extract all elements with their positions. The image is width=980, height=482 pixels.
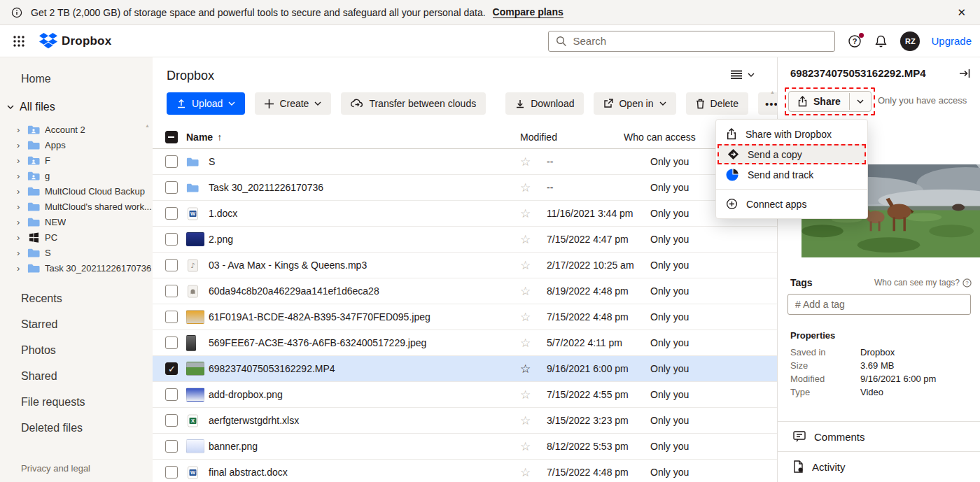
row-checkbox[interactable] xyxy=(165,259,178,271)
sidebar-item-photos[interactable]: Photos xyxy=(0,337,153,363)
scrollbar-up-arrow[interactable]: ▲ xyxy=(145,123,150,128)
menu-item-connect-apps[interactable]: Connect apps xyxy=(716,194,867,214)
row-checkbox[interactable] xyxy=(165,233,178,246)
view-toggle-button[interactable] xyxy=(728,69,757,81)
column-header-name[interactable]: Name ↑ xyxy=(186,132,520,143)
file-name[interactable]: 60da94c8b20a46229aa141ef1d6eca28 xyxy=(209,285,520,297)
search-bar[interactable] xyxy=(548,31,835,52)
delete-button[interactable]: Delete xyxy=(686,92,748,115)
star-icon[interactable]: ☆ xyxy=(520,362,547,376)
chevron-right-icon[interactable]: › xyxy=(17,140,22,150)
star-icon[interactable]: ☆ xyxy=(520,336,547,350)
sidebar-item-file-requests[interactable]: File requests xyxy=(0,389,153,415)
row-checkbox[interactable] xyxy=(165,207,178,220)
compare-plans-link[interactable]: Compare plans xyxy=(493,6,564,18)
star-icon[interactable]: ☆ xyxy=(520,465,547,480)
table-row[interactable]: Wfinal abstract.docx☆7/15/2022 4:48 pmOn… xyxy=(153,460,777,482)
table-row[interactable]: 61F019A1-BCDE-482A-B395-347F70FED095.jpe… xyxy=(153,304,777,330)
star-icon[interactable]: ☆ xyxy=(520,206,547,221)
transfer-between-clouds-button[interactable]: Transfer between clouds xyxy=(341,92,486,115)
table-row[interactable]: W1.docx☆11/16/2021 3:44 pmOnly you xyxy=(153,201,777,227)
star-icon[interactable]: ☆ xyxy=(520,258,547,273)
file-name[interactable]: 1.docx xyxy=(209,208,520,219)
sidebar-tree-item[interactable]: ›MultCloud Cloud Backup xyxy=(0,183,153,199)
add-tag-input[interactable] xyxy=(788,294,971,315)
star-icon[interactable]: ☆ xyxy=(520,284,547,299)
chevron-right-icon[interactable]: › xyxy=(17,263,22,274)
menu-item-send-a-copy[interactable]: Send a copy xyxy=(718,144,866,164)
scrollbar-up-arrow[interactable]: ▲ xyxy=(770,90,775,94)
file-name[interactable]: 03 - Ava Max - Kings & Queens.mp3 xyxy=(209,260,520,271)
file-name[interactable]: 6982374075053162292.MP4 xyxy=(209,363,520,374)
chevron-right-icon[interactable]: › xyxy=(17,155,22,166)
sidebar-tree-item[interactable]: ›Apps xyxy=(0,137,153,153)
table-row[interactable]: Task 30_20211226170736☆--Only you xyxy=(153,175,777,201)
file-name[interactable]: banner.png xyxy=(209,441,520,452)
star-icon[interactable]: ☆ xyxy=(520,310,547,325)
table-row[interactable]: add-dropbox.png☆7/15/2022 4:55 pmOnly yo… xyxy=(153,382,777,408)
create-button[interactable]: Create xyxy=(255,92,331,115)
help-icon[interactable]: ? xyxy=(848,34,862,48)
star-icon[interactable]: ☆ xyxy=(520,388,547,402)
comments-section[interactable]: Comments xyxy=(778,421,980,451)
file-name[interactable]: Task 30_20211226170736 xyxy=(209,182,520,193)
sidebar-item-all-files[interactable]: All files xyxy=(7,101,153,113)
sidebar-tree-item[interactable]: ›Task 30_20211226170736 xyxy=(0,260,153,276)
tags-visibility-link[interactable]: Who can see my tags? ? xyxy=(874,278,972,288)
row-checkbox[interactable] xyxy=(165,336,178,349)
file-name[interactable]: 61F019A1-BCDE-482A-B395-347F70FED095.jpe… xyxy=(209,311,520,322)
file-name[interactable]: 569FEE67-AC3E-4376-A6FB-632400517229.jpe… xyxy=(209,337,520,348)
download-button[interactable]: Download xyxy=(505,92,584,115)
scrollbar-down-arrow[interactable]: ▼ xyxy=(145,267,150,272)
row-checkbox[interactable] xyxy=(165,466,178,479)
dropbox-logo[interactable]: Dropbox xyxy=(39,33,111,50)
file-name[interactable]: add-dropbox.png xyxy=(209,389,520,400)
bell-icon[interactable] xyxy=(874,34,888,48)
file-name[interactable]: final abstract.docx xyxy=(209,467,520,478)
collapse-panel-icon[interactable] xyxy=(959,69,970,78)
row-checkbox[interactable] xyxy=(165,362,178,375)
chevron-right-icon[interactable]: › xyxy=(17,232,22,243)
sidebar-tree-item[interactable]: ›Account 2 xyxy=(0,122,153,137)
table-row[interactable]: ♪03 - Ava Max - Kings & Queens.mp3☆2/17/… xyxy=(153,253,777,278)
upgrade-link[interactable]: Upgrade xyxy=(931,35,972,47)
row-checkbox[interactable] xyxy=(165,388,178,401)
table-row[interactable]: 2.png☆7/15/2022 4:47 pmOnly you xyxy=(153,227,777,253)
search-input[interactable] xyxy=(573,35,827,47)
star-icon[interactable]: ☆ xyxy=(520,232,547,247)
sidebar-tree-item[interactable]: ›S xyxy=(0,245,153,260)
sidebar-tree-item[interactable]: ›MultCloud's shared work... xyxy=(0,199,153,214)
sidebar-tree-item[interactable]: ›g xyxy=(0,168,153,183)
activity-section[interactable]: Activity xyxy=(778,451,980,481)
star-icon[interactable]: ☆ xyxy=(520,439,547,454)
chevron-right-icon[interactable]: › xyxy=(17,248,22,258)
table-row[interactable]: Xaerfgterwstgdrht.xlsx☆3/15/2022 3:23 pm… xyxy=(153,408,777,434)
chevron-right-icon[interactable]: › xyxy=(17,201,22,212)
column-header-access[interactable]: Who can access xyxy=(624,132,704,143)
chevron-right-icon[interactable]: › xyxy=(17,125,22,135)
sidebar-item-home[interactable]: Home xyxy=(21,73,153,85)
chevron-right-icon[interactable]: › xyxy=(17,217,22,227)
row-checkbox[interactable] xyxy=(165,155,178,168)
select-all-checkbox[interactable] xyxy=(165,131,178,143)
table-row[interactable]: 6982374075053162292.MP4☆9/16/2021 6:00 p… xyxy=(153,356,777,382)
avatar[interactable]: RZ xyxy=(900,31,920,51)
sidebar-tree-item[interactable]: ›NEW xyxy=(0,214,153,229)
row-checkbox[interactable] xyxy=(165,440,178,453)
column-header-modified[interactable]: Modified xyxy=(520,132,624,143)
table-row[interactable]: banner.png☆8/12/2022 5:53 pmOnly you xyxy=(153,434,777,460)
table-row[interactable]: 60da94c8b20a46229aa141ef1d6eca28☆8/19/20… xyxy=(153,278,777,304)
table-row[interactable]: S☆--Only you xyxy=(153,149,777,175)
chevron-right-icon[interactable]: › xyxy=(17,171,22,181)
apps-grid-icon[interactable] xyxy=(10,32,28,50)
star-icon[interactable]: ☆ xyxy=(520,155,547,169)
sidebar-item-recents[interactable]: Recents xyxy=(0,285,153,311)
row-checkbox[interactable] xyxy=(165,181,178,194)
sidebar-item-starred[interactable]: Starred xyxy=(0,311,153,337)
row-checkbox[interactable] xyxy=(165,414,178,427)
chevron-right-icon[interactable]: › xyxy=(17,186,22,197)
sidebar-tree-item[interactable]: ›F xyxy=(0,153,153,168)
sidebar-item-deleted-files[interactable]: Deleted files xyxy=(0,415,153,441)
row-checkbox[interactable] xyxy=(165,285,178,297)
file-name[interactable]: aerfgterwstgdrht.xlsx xyxy=(209,415,520,426)
